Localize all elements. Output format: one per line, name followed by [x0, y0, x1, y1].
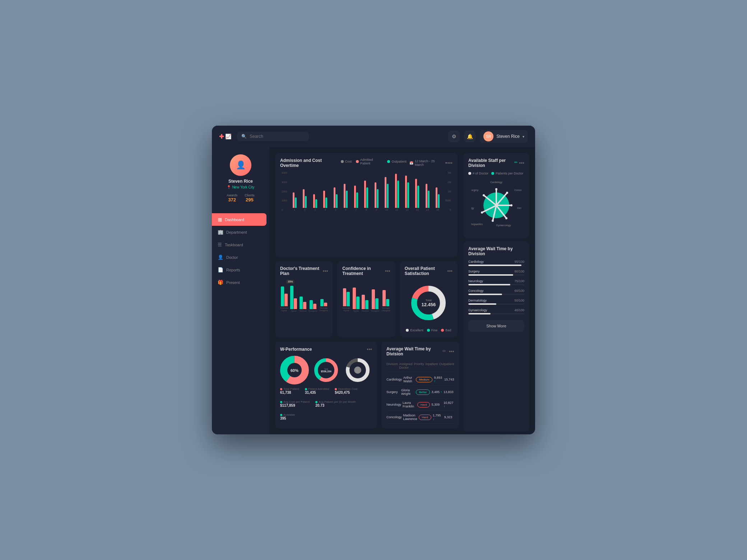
- progress-bar-fill: [468, 274, 513, 276]
- menu-dots[interactable]: •••: [447, 160, 453, 166]
- bar-label: Agree: [353, 310, 359, 312]
- bar-label: Disagree: [308, 310, 317, 312]
- wait-label: Surgery 80/100: [468, 270, 524, 273]
- show-more-button[interactable]: Show More: [468, 320, 524, 332]
- legend-patients: Patients per Doctor: [491, 172, 523, 175]
- menu-dots[interactable]: •••: [323, 268, 328, 274]
- y-label: 3M: [447, 172, 451, 174]
- sidebar-item-doctor[interactable]: 👤 Doctor: [212, 251, 269, 263]
- trend-up-icon: ↑: [444, 405, 445, 408]
- menu-dots[interactable]: •••: [385, 268, 390, 274]
- clients-label: Clients: [245, 193, 255, 197]
- outpatient-dot: [387, 160, 390, 163]
- priority-badge: Medium: [416, 377, 432, 382]
- date-filter[interactable]: 📅 12 March - 25 March ▾: [409, 159, 447, 167]
- bar-group: Neutral: [362, 284, 369, 312]
- satisfaction-title: Overall Patient Satisfaction: [405, 266, 447, 276]
- bar-label: StronglyAgree: [342, 307, 350, 312]
- wait-item-concology: Concology 60/100: [468, 289, 524, 295]
- edit-icon[interactable]: ✏: [514, 160, 518, 166]
- score: 75/100: [514, 279, 524, 283]
- bars: [343, 281, 350, 306]
- label: Orthopaedics: [471, 223, 483, 226]
- donut-chart: Total 12.456: [409, 283, 448, 323]
- legend-outpatient: Outpatient: [387, 160, 407, 163]
- sidebar-item-label: Department: [226, 230, 247, 234]
- bar: [386, 299, 389, 306]
- menu-dots[interactable]: •••: [519, 160, 524, 166]
- progress-bar-fill: [468, 313, 491, 314]
- sidebar-item-reports[interactable]: 📄 Reports: [212, 263, 269, 276]
- bad-dot: [441, 329, 444, 332]
- clients-value: 295: [245, 197, 255, 202]
- doctor-icon: 👤: [218, 255, 223, 260]
- notifications-button[interactable]: 🔔: [464, 131, 475, 142]
- cell-inpatient: 5,309: [431, 403, 442, 406]
- sidebar-item-taskboard[interactable]: ☰ Taskboard: [212, 238, 269, 251]
- x-label: 11: [392, 209, 401, 211]
- bar-group: [362, 172, 371, 208]
- search-input[interactable]: [250, 134, 293, 139]
- bar: [313, 304, 316, 309]
- bar-admitted: [405, 176, 407, 208]
- cell-priority: Better: [416, 389, 430, 395]
- bar-label: Agree: [291, 310, 297, 312]
- legend-doctor: # of Doctor: [468, 172, 488, 175]
- search-bar[interactable]: 🔍: [237, 132, 309, 141]
- header-priority: Priority: [414, 362, 424, 369]
- division-name: Cardiology: [468, 260, 484, 263]
- sidebar-item-dashboard[interactable]: ▦ Dashboard: [212, 213, 266, 226]
- dot: [280, 401, 282, 403]
- treatment-header: Doctor's Treatment Plan •••: [280, 266, 328, 276]
- progress-bar-fill: [468, 294, 502, 295]
- svg-point-24: [506, 192, 508, 194]
- sidebar-item-department[interactable]: 🏢 Department: [212, 226, 269, 238]
- cell-priority: Hard: [417, 402, 430, 407]
- edit-icon[interactable]: ✏: [442, 349, 446, 354]
- bar-group: Disagree: [371, 284, 380, 312]
- bar: [290, 286, 293, 309]
- wperf-stats: Total Patient 61,738 Patient Admitted 31…: [280, 387, 372, 420]
- x-label: 9: [372, 209, 381, 211]
- admitted-dot: [356, 160, 359, 163]
- wperf-donut-3: [343, 356, 372, 384]
- y-label: 1M: [447, 190, 451, 193]
- score: 80/100: [514, 270, 524, 273]
- app-container: ✚ 📈 🔍 ⚙ 🔔 SR Steven Rice ▾ 👤 Steven Rice: [212, 126, 535, 434]
- menu-dots[interactable]: •••: [447, 268, 453, 274]
- user-menu[interactable]: SR Steven Rice ▾: [480, 130, 528, 143]
- stat-label: Total Patient: [280, 387, 299, 391]
- stat-available: Available 395: [280, 413, 295, 420]
- sidebar-item-present[interactable]: 🎁 Present: [212, 276, 269, 289]
- stat-label: Avg Patient per Dr per Month: [315, 400, 356, 403]
- table-title: Average Wait Time by Division: [386, 346, 442, 356]
- bar-outpatient: [438, 194, 440, 208]
- calendar-icon: 📅: [409, 161, 413, 165]
- cell-doctor: Arthur Walsh: [403, 376, 414, 383]
- svg-point-25: [510, 204, 512, 206]
- cell-doctor: Laura Franklin: [403, 401, 416, 408]
- priority-badge: Hard: [417, 402, 430, 407]
- stat-label: Operation Cost: [335, 387, 357, 391]
- y-label: 0: [282, 209, 287, 211]
- legend-bad: Bad: [441, 328, 451, 332]
- settings-button[interactable]: ⚙: [448, 131, 460, 142]
- cell-division: Surgery: [386, 390, 400, 394]
- bar-group: [433, 172, 442, 208]
- menu-dots[interactable]: •••: [367, 346, 372, 352]
- bar-group: [372, 172, 381, 208]
- logo-cross-icon: ✚: [219, 133, 224, 140]
- header-doctor: Assigned Doctor: [399, 362, 413, 369]
- stat-label: Available: [280, 413, 295, 416]
- radial-legend: # of Doctor Patients per Doctor: [468, 172, 524, 175]
- header-division: Division: [386, 362, 398, 369]
- bar-group: [413, 172, 422, 208]
- bar: [347, 292, 350, 306]
- division-name: Surgery: [468, 270, 480, 273]
- topbar: ✚ 📈 🔍 ⚙ 🔔 SR Steven Rice ▾: [212, 126, 535, 147]
- y-label: 3000: [282, 181, 287, 183]
- menu-dots[interactable]: •••: [449, 349, 454, 354]
- progress-bar-fill: [468, 303, 496, 305]
- bar-outpatient: [356, 192, 358, 208]
- wait-item-surgery: Surgery 80/100: [468, 270, 524, 276]
